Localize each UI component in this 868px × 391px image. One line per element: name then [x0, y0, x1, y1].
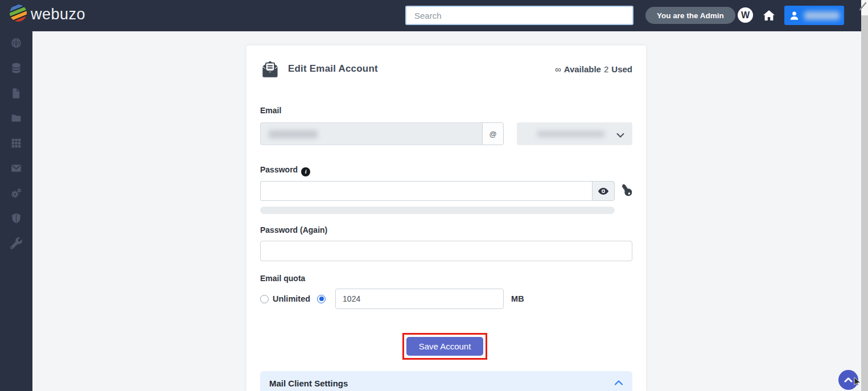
search-input[interactable]: [405, 6, 633, 25]
chevron-down-icon: [616, 130, 624, 141]
sidebar-item-settings[interactable]: [0, 182, 32, 207]
folder-icon: [10, 112, 22, 126]
domain-value-redacted: [537, 131, 604, 137]
edit-email-account-card: Edit Email Account ∞ Available 2 Used Em…: [246, 46, 646, 391]
domain-select[interactable]: [517, 122, 632, 145]
quota-limited-radio[interactable]: [317, 295, 326, 303]
save-button-highlight-annotation: Save Account: [402, 333, 487, 360]
card-header: Edit Email Account ∞ Available 2 Used: [260, 58, 632, 80]
mail-client-settings-title: Mail Client Settings: [269, 378, 348, 388]
email-input-group: @: [260, 122, 504, 145]
at-symbol-addon: @: [482, 122, 504, 145]
mail-client-settings-accordion[interactable]: Mail Client Settings: [260, 371, 632, 391]
email-input-disabled: [260, 122, 482, 145]
usage-summary: ∞ Available 2 Used: [555, 64, 632, 74]
info-icon[interactable]: i: [301, 167, 310, 176]
email-value-redacted: [269, 130, 318, 138]
used-label: Used: [611, 64, 632, 74]
save-account-button[interactable]: Save Account: [406, 337, 483, 356]
page-title: Edit Email Account: [288, 63, 378, 75]
sidebar-item-email[interactable]: [0, 157, 32, 182]
password-label: Passwordi: [260, 165, 310, 176]
database-icon: [10, 62, 22, 76]
webuzo-globe-logo-icon: [9, 4, 27, 24]
at-symbol: @: [489, 130, 496, 138]
password-label-text: Password: [260, 165, 298, 174]
sidebar-nav: [0, 31, 32, 391]
eye-icon: [598, 187, 608, 195]
user-icon: [789, 10, 800, 21]
shield-icon: [10, 212, 22, 227]
page-scrollbar[interactable]: [861, 0, 868, 391]
password-input[interactable]: [260, 181, 592, 201]
email-label: Email: [260, 106, 281, 115]
used-count: 2: [604, 64, 608, 74]
key-icon: [620, 184, 633, 196]
sidebar-item-databases[interactable]: [0, 56, 32, 81]
quota-unlimited-radio[interactable]: [260, 295, 269, 303]
user-name-redacted: [804, 11, 840, 20]
gears-icon: [10, 187, 22, 201]
home-icon[interactable]: [761, 7, 777, 23]
top-bar: webuzo You are the Admin W: [0, 0, 861, 31]
file-icon: [10, 87, 22, 101]
password-input-group: [260, 181, 615, 201]
password-again-label: Password (Again): [260, 225, 327, 234]
wordpress-icon[interactable]: W: [738, 7, 753, 23]
sidebar-item-domains[interactable]: [0, 31, 32, 56]
sidebar-item-files[interactable]: [0, 81, 32, 106]
cursor-artifact-top: [859, 2, 867, 13]
wrench-icon: [10, 237, 22, 252]
webuzo-logo[interactable]: webuzo: [9, 4, 85, 24]
chevron-up-icon: [614, 378, 623, 388]
admin-badge-label: You are the Admin: [657, 11, 724, 20]
available-label: Available: [564, 64, 601, 74]
admin-badge: You are the Admin: [645, 7, 735, 24]
infinity-icon: ∞: [555, 64, 561, 74]
open-envelope-icon: [260, 59, 280, 79]
mouse-cursor: [854, 377, 861, 388]
generate-password-button[interactable]: [620, 183, 633, 197]
sidebar-item-security[interactable]: [0, 207, 32, 232]
quota-unlimited-label: Unlimited: [273, 294, 310, 303]
sidebar-item-folders[interactable]: [0, 106, 32, 131]
email-quota-row: Unlimited MB: [260, 289, 524, 309]
wordpress-letter: W: [741, 10, 750, 20]
envelope-icon: [10, 162, 22, 176]
sidebar-item-apps[interactable]: [0, 131, 32, 157]
globe-icon: [10, 37, 22, 51]
email-quota-label: Email quota: [260, 274, 305, 283]
quota-unit-label: MB: [511, 294, 524, 303]
webuzo-app: webuzo You are the Admin W: [0, 0, 868, 391]
quota-value-input[interactable]: [335, 289, 504, 309]
brand-name: webuzo: [31, 6, 85, 23]
sidebar-item-tools[interactable]: [0, 232, 32, 257]
grid-icon: [10, 137, 22, 151]
show-password-button[interactable]: [592, 181, 615, 201]
chevron-up-icon: [844, 377, 853, 383]
user-account-button[interactable]: [784, 6, 844, 25]
password-strength-bar: [260, 207, 615, 214]
password-again-input[interactable]: [260, 241, 632, 261]
